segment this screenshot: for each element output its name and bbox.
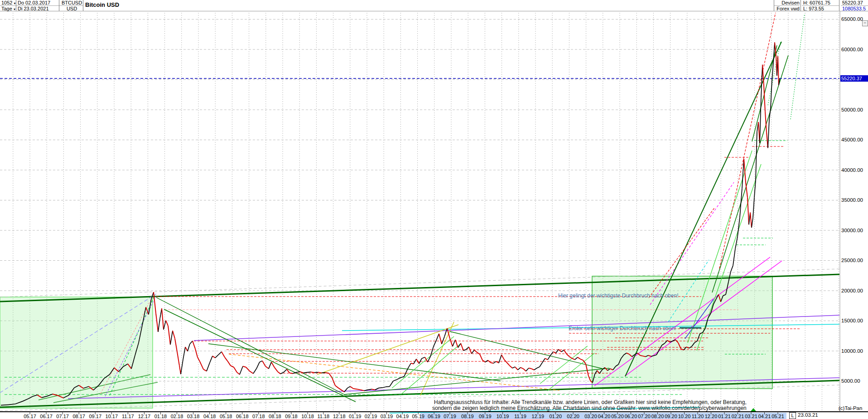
last-price-tag: 55220.37: [840, 75, 868, 82]
x-axis-label: 09.18: [285, 414, 298, 419]
chevron-down-icon: ▾: [14, 7, 15, 11]
x-axis-label: 04.21: [758, 414, 771, 419]
price-axis-label: 20000.00: [841, 288, 863, 293]
annotation-breakout-2: Erster sehr wichtiger Durchbruch nach ob…: [569, 325, 676, 331]
x-axis-label: 01.21: [718, 414, 731, 419]
x-axis-label: 09.20: [665, 414, 677, 419]
price-axis-label: 10000.00: [841, 348, 863, 354]
trendline: [401, 343, 461, 394]
trendline: [392, 336, 454, 388]
x-axis-label: 12.18: [333, 414, 346, 419]
x-axis-label: 12.17: [138, 414, 151, 419]
x-axis-label: 09.19: [479, 414, 492, 419]
x-axis-label: 07.19: [444, 414, 456, 419]
currency: USD: [59, 6, 83, 11]
x-axis-label: 02.19: [365, 414, 377, 419]
x-axis-label: 08.20: [651, 414, 664, 419]
trendline: [712, 55, 788, 292]
taipan-chart-window: 1052 ▾ Tage ▾ Do 02.03.2017 Di 23.03.202…: [0, 0, 868, 419]
price-axis-label: 40000.00: [841, 167, 863, 173]
x-axis-label: 08.18: [269, 414, 281, 419]
x-axis-label: 02.18: [171, 414, 183, 419]
x-axis-label: 03.21: [745, 414, 757, 419]
x-axis-label: 05.20: [611, 414, 624, 419]
symbol: BTCUSD: [59, 0, 83, 6]
x-axis-label: 03.20: [584, 414, 597, 419]
x-axis-label: 03.19: [381, 414, 393, 419]
x-axis-label: 03.18: [187, 414, 200, 419]
annotation-breakout-1: Hier gelingt der wichtigste Durchbruch n…: [558, 292, 678, 299]
low-value: L: 973.55: [802, 6, 839, 11]
x-axis-label: 12.19: [532, 414, 545, 419]
x-axis-label: 10.19: [497, 414, 509, 419]
x-axis-label: 10.20: [678, 414, 691, 419]
x-axis-label: 05.18: [220, 414, 232, 419]
x-axis-label: 11.17: [122, 414, 134, 419]
x-axis-label: 11.20: [692, 414, 704, 419]
x-axis-label: 04.20: [598, 414, 611, 419]
disclaimer-line-2: sondern die zeigen lediglich meine Einsc…: [432, 405, 747, 411]
axis-triangle-marker: [751, 408, 756, 411]
last-quote-badge: L: [789, 412, 796, 419]
x-axis-label: 11.19: [514, 414, 526, 419]
x-axis-label: 02.20: [567, 414, 579, 419]
price-axis-label: 60000.00: [841, 47, 863, 52]
x-axis-label: 08.17: [72, 414, 85, 419]
symbol-cell: BTCUSD USD: [59, 0, 83, 11]
x-axis-label: 06.17: [40, 414, 53, 419]
x-axis-label: 06.18: [236, 414, 249, 419]
trendline: [450, 331, 603, 369]
price-axis-label: 50000.00: [841, 107, 863, 112]
period-cell: 1052 ▾ Tage ▾: [0, 0, 16, 11]
last-quote-date: 23.03.21: [798, 412, 818, 418]
date-range-cell: Do 02.03.2017 Di 23.03.2021: [16, 0, 59, 11]
chart-plot-area[interactable]: 05.1706.1707.1708.1709.1710.1711.1712.17…: [0, 0, 868, 419]
x-axis-label: 07.20: [638, 414, 651, 419]
trendline: [156, 297, 345, 395]
x-axis-label: 07.17: [56, 414, 69, 419]
chevron-down-icon: ▾: [14, 1, 16, 5]
x-axis-label: 01.19: [349, 414, 362, 419]
source-cell: Devisen Forex vwd: [774, 0, 801, 11]
x-axis-label: 08.19: [461, 414, 474, 419]
x-axis-label: 12.20: [705, 414, 718, 419]
x-axis-label: 06.19: [428, 414, 440, 419]
x-axis-label: 06.20: [625, 414, 637, 419]
period-unit: Tage: [1, 6, 12, 11]
x-axis-label: 02.21: [732, 414, 744, 419]
trendline: [208, 344, 501, 381]
last-price-cell: 55220.37 1080533.5: [841, 0, 868, 11]
x-axis-label: 11.18: [318, 414, 330, 419]
trendline: [791, 14, 805, 119]
x-axis-label: 07.18: [252, 414, 265, 419]
x-axis-label: 04.18: [203, 414, 216, 419]
x-axis-label: 05.17: [24, 414, 36, 419]
instrument-title: Bitcoin USD: [85, 0, 221, 11]
date-to: Di 23.03.2021: [16, 6, 59, 11]
price-axis-label: 5000.00: [841, 378, 860, 384]
x-axis-label: 09.17: [89, 414, 101, 419]
x-axis-label: 05.19: [412, 414, 424, 419]
x-axis-label: 01.20: [549, 414, 562, 419]
period-count-dropdown[interactable]: 1052 ▾: [0, 0, 16, 6]
x-axis-label: 10.18: [301, 414, 314, 419]
price-axis-label: 15000.00: [841, 318, 863, 323]
high-value: H: 60761.75: [802, 0, 839, 6]
x-axis-label: 05.21: [772, 414, 784, 419]
price-axis-label: 65000.00: [841, 16, 863, 22]
price-axis-label: 25000.00: [841, 258, 863, 263]
high-low-cell: H: 60761.75 L: 973.55: [802, 0, 839, 11]
period-unit-dropdown[interactable]: Tage ▾: [0, 6, 16, 11]
header-bar: 1052 ▾ Tage ▾ Do 02.03.2017 Di 23.03.202…: [0, 0, 868, 11]
x-axis-label: 01.18: [154, 414, 167, 419]
price-axis-label: 30000.00: [841, 228, 863, 233]
x-axis-label: 10.17: [106, 414, 118, 419]
price-axis-label: 45000.00: [841, 137, 863, 142]
source-market: Devisen: [774, 0, 800, 6]
period-count: 1052: [1, 0, 12, 5]
collapse-axis-button[interactable]: −: [862, 20, 868, 26]
x-axis-label: 04.19: [396, 414, 409, 419]
price-axis-label: 35000.00: [841, 197, 863, 203]
header-volume: 1080533.5: [841, 6, 868, 11]
disclaimer-line-1: Haftungsausschluss für Inhalte: Alle Tre…: [434, 399, 747, 405]
